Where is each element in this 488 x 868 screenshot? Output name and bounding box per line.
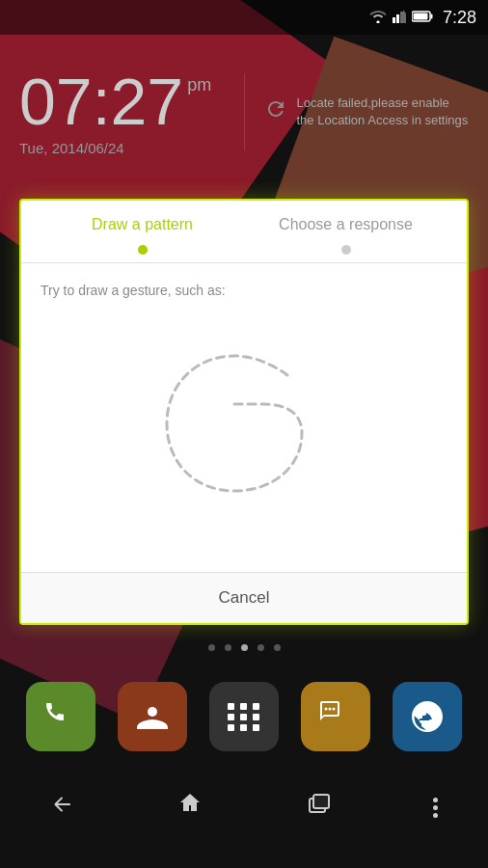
app-icon-contacts[interactable] <box>118 682 187 751</box>
clock-time-text: 07:27 <box>19 68 183 134</box>
clock-date: Tue, 2014/06/24 <box>19 140 225 156</box>
status-time: 7:28 <box>443 8 476 28</box>
gesture-drawing-area[interactable] <box>41 317 447 529</box>
svg-rect-5 <box>430 14 432 19</box>
battery-icon <box>412 9 433 26</box>
gesture-hint: Try to draw a gesture, such as: <box>41 283 447 298</box>
choose-indicator-dot <box>341 245 351 255</box>
gesture-svg <box>138 337 350 510</box>
svg-point-9 <box>328 708 331 711</box>
app-dock <box>0 666 488 767</box>
tab-indicator-choose <box>244 245 447 255</box>
dialog-tabs: Draw a pattern Choose a response <box>21 201 467 245</box>
svg-rect-1 <box>396 14 399 23</box>
location-error: Locate failed,please enable the Location… <box>264 95 470 129</box>
app-icon-browser[interactable] <box>393 682 462 751</box>
dialog-body: Try to draw a gesture, such as: <box>21 263 467 572</box>
pattern-dialog: Draw a pattern Choose a response Try to … <box>19 199 469 625</box>
svg-point-10 <box>332 708 335 711</box>
svg-rect-0 <box>393 17 395 23</box>
svg-point-8 <box>324 708 327 711</box>
menu-button[interactable] <box>421 786 449 829</box>
home-button[interactable] <box>167 779 217 835</box>
clock-ampm: pm <box>187 76 211 94</box>
status-icons: 7:28 <box>369 8 476 28</box>
page-indicators <box>0 644 488 651</box>
tab-indicator-draw <box>41 245 244 255</box>
status-bar: 7:28 <box>0 0 488 35</box>
svg-rect-6 <box>413 14 427 20</box>
location-error-text: Locate failed,please enable the Location… <box>297 95 470 129</box>
svg-rect-12 <box>313 795 329 808</box>
app-icon-apps[interactable] <box>209 682 279 751</box>
page-dot-5 <box>274 644 281 651</box>
tab-indicators <box>41 245 447 255</box>
svg-point-7 <box>148 707 157 717</box>
recents-button[interactable] <box>295 781 343 834</box>
svg-rect-2 <box>400 12 403 23</box>
clock-left: 07:27 pm Tue, 2014/06/24 <box>19 68 225 156</box>
wifi-icon <box>369 10 387 26</box>
tab-choose-response[interactable]: Choose a response <box>244 216 447 245</box>
cancel-button[interactable]: Cancel <box>21 573 467 623</box>
navigation-bar <box>0 774 488 840</box>
draw-indicator-dot <box>138 245 148 255</box>
app-icon-messages[interactable] <box>301 682 370 751</box>
refresh-icon <box>264 97 287 126</box>
signal-icon <box>393 10 406 26</box>
page-dot-3 <box>241 644 248 651</box>
clock-area: 07:27 pm Tue, 2014/06/24 Locate failed,p… <box>0 35 488 189</box>
clock-display: 07:27 pm <box>19 68 225 134</box>
svg-marker-3 <box>403 10 406 23</box>
app-icon-phone[interactable] <box>26 682 95 751</box>
page-dot-2 <box>225 644 231 651</box>
tab-draw-pattern[interactable]: Draw a pattern <box>41 216 244 245</box>
page-dot-1 <box>208 644 215 651</box>
dialog-container: Draw a pattern Choose a response Try to … <box>19 199 469 625</box>
clock-divider <box>244 73 245 150</box>
page-dot-4 <box>258 644 264 651</box>
back-button[interactable] <box>39 779 89 835</box>
